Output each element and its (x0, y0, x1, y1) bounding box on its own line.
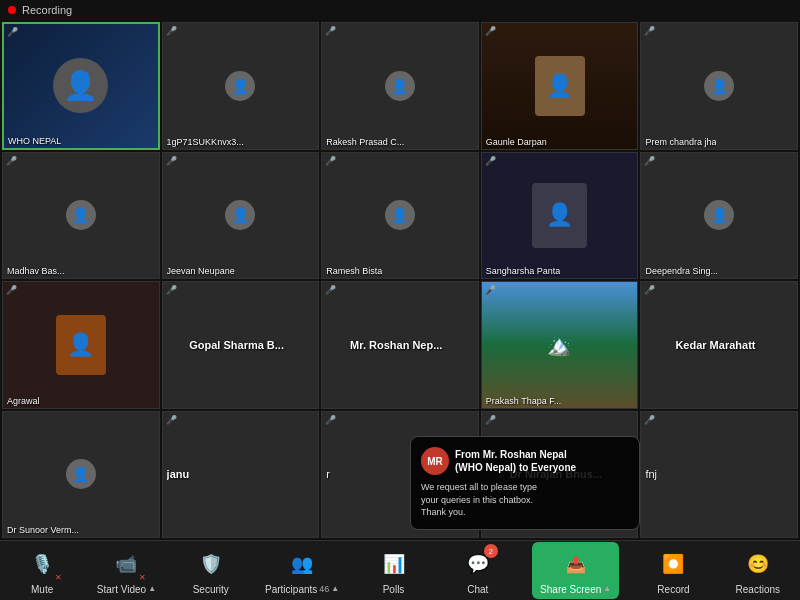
record-icon: ⏺️ (662, 553, 684, 575)
chat-message: We request all to please typeyour querie… (421, 481, 629, 519)
video-label: Start Video (97, 584, 146, 595)
tile-roshan: Mr. Roshan Nep... 🎤 (321, 281, 479, 409)
participant-name: Prakash Thapa F... (486, 396, 561, 406)
chat-header: MR From Mr. Roshan Nepal(WHO Nepal) to E… (421, 447, 629, 475)
participant-name: Deependra Sing... (645, 266, 718, 276)
participant-name: Mr. Roshan Nep... (326, 339, 466, 351)
participant-name: Agrawal (7, 396, 40, 406)
tile-1gp71: 👤 🎤 1gP71SUKKnvx3... (162, 22, 320, 150)
mute-indicator: 🎤 (7, 27, 18, 37)
polls-button[interactable]: 📊 Polls (364, 546, 424, 595)
tile-madhav: 👤 🎤 Madhav Bas... (2, 152, 160, 280)
participant-name: Jeevan Neupane (167, 266, 235, 276)
mute-indicator: 🎤 (325, 156, 336, 166)
participant-name: fnj (645, 468, 657, 480)
top-bar: Recording (0, 0, 800, 20)
participant-name: janu (167, 468, 190, 480)
participant-name: Gaunle Darpan (486, 137, 547, 147)
tile-sunoor: 👤 Dr Sunoor Verm... (2, 411, 160, 539)
participant-name: 1gP71SUKKnvx3... (167, 137, 244, 147)
tile-kedar: Kedar Marahatt 🎤 (640, 281, 798, 409)
security-button[interactable]: 🛡️ Security (181, 546, 241, 595)
participant-name: Dr Sunoor Verm... (7, 525, 79, 535)
chat-avatar: MR (421, 447, 449, 475)
participants-icon: 👥 (291, 553, 313, 575)
tile-rakesh: 👤 🎤 Rakesh Prasad C... (321, 22, 479, 150)
mute-indicator: 🎤 (166, 156, 177, 166)
chat-button[interactable]: 💬 2 Chat (448, 546, 508, 595)
participant-name: Madhav Bas... (7, 266, 65, 276)
participant-name: WHO NEPAL (8, 136, 61, 146)
reactions-button[interactable]: 😊 Reactions (728, 546, 788, 595)
polls-label: Polls (383, 584, 405, 595)
participant-name: Gopal Sharma B... (167, 339, 307, 351)
participants-label: Participants (265, 584, 317, 595)
mute-indicator: 🎤 (166, 26, 177, 36)
mute-indicator: 🎤 (6, 156, 17, 166)
mute-indicator: 🎤 (644, 285, 655, 295)
participants-count: 46 (319, 584, 329, 594)
mute-indicator: 🎤 (166, 285, 177, 295)
participant-name: Ramesh Bista (326, 266, 382, 276)
recording-dot (8, 6, 16, 14)
video-caret: ▲ (148, 584, 156, 593)
tile-sangharsha: 👤 🎤 Sangharsha Panta (481, 152, 639, 280)
participant-name: Kedar Marahatt (645, 339, 785, 351)
tile-fnj: fnj 🎤 (640, 411, 798, 539)
participant-name: r (326, 468, 330, 480)
shield-icon: 🛡️ (200, 553, 222, 575)
mute-indicator: 🎤 (6, 285, 17, 295)
chat-sender: From Mr. Roshan Nepal(WHO Nepal) to Ever… (455, 448, 576, 474)
mute-indicator: 🎤 (325, 415, 336, 425)
participants-caret: ▲ (331, 584, 339, 593)
reactions-icon: 😊 (747, 553, 769, 575)
share-label: Share Screen (540, 584, 601, 595)
tile-landscape: 🏔️ 🎤 Prakash Thapa F... (481, 281, 639, 409)
tile-who-nepal: 👤 🎤 WHO NEPAL (2, 22, 160, 150)
tile-ramesh: 👤 🎤 Ramesh Bista (321, 152, 479, 280)
mute-indicator: 🎤 (485, 285, 496, 295)
mute-indicator: 🎤 (166, 415, 177, 425)
mute-button[interactable]: 🎙️ ✕ Mute (12, 546, 72, 595)
tile-janu: janu 🎤 (162, 411, 320, 539)
mute-indicator: 🎤 (325, 285, 336, 295)
start-video-button[interactable]: 📹 ✕ Start Video ▲ (96, 546, 156, 595)
video-grid: 👤 🎤 WHO NEPAL 👤 🎤 1gP71SUKKnvx3... 👤 🎤 R… (0, 20, 800, 540)
polls-icon: 📊 (383, 553, 405, 575)
tile-prem: 👤 🎤 Prem chandra jha (640, 22, 798, 150)
record-label: Record (657, 584, 689, 595)
tile-deependra: 👤 🎤 Deependra Sing... (640, 152, 798, 280)
who-avatar: 👤 (53, 58, 108, 113)
mute-indicator: 🎤 (644, 156, 655, 166)
mute-label: Mute (31, 584, 53, 595)
tile-gopal: Gopal Sharma B... 🎤 (162, 281, 320, 409)
share-icon: 📤 (566, 555, 586, 574)
chat-popup: MR From Mr. Roshan Nepal(WHO Nepal) to E… (410, 436, 640, 530)
participant-name: Sangharsha Panta (486, 266, 561, 276)
mute-indicator: 🎤 (325, 26, 336, 36)
share-screen-button[interactable]: 📤 Share Screen ▲ (532, 542, 619, 599)
participant-name: Prem chandra jha (645, 137, 716, 147)
mute-indicator: 🎤 (644, 26, 655, 36)
mute-indicator: 🎤 (485, 156, 496, 166)
participant-name: Rakesh Prasad C... (326, 137, 404, 147)
chat-label: Chat (467, 584, 488, 595)
chat-badge: 2 (484, 544, 498, 558)
participants-button[interactable]: 👥 Participants 46 ▲ (265, 546, 339, 595)
tile-jeevan: 👤 🎤 Jeevan Neupane (162, 152, 320, 280)
recording-label: Recording (22, 4, 72, 16)
mute-indicator: 🎤 (485, 415, 496, 425)
reactions-label: Reactions (736, 584, 780, 595)
mute-indicator: 🎤 (644, 415, 655, 425)
record-button[interactable]: ⏺️ Record (643, 546, 703, 595)
security-label: Security (193, 584, 229, 595)
mute-indicator: 🎤 (485, 26, 496, 36)
share-caret: ▲ (603, 584, 611, 593)
tile-gaunle: 👤 🎤 Gaunle Darpan (481, 22, 639, 150)
tile-agrawal: 👤 🎤 Agrawal (2, 281, 160, 409)
toolbar: 🎙️ ✕ Mute 📹 ✕ Start Video ▲ 🛡️ Security … (0, 540, 800, 600)
